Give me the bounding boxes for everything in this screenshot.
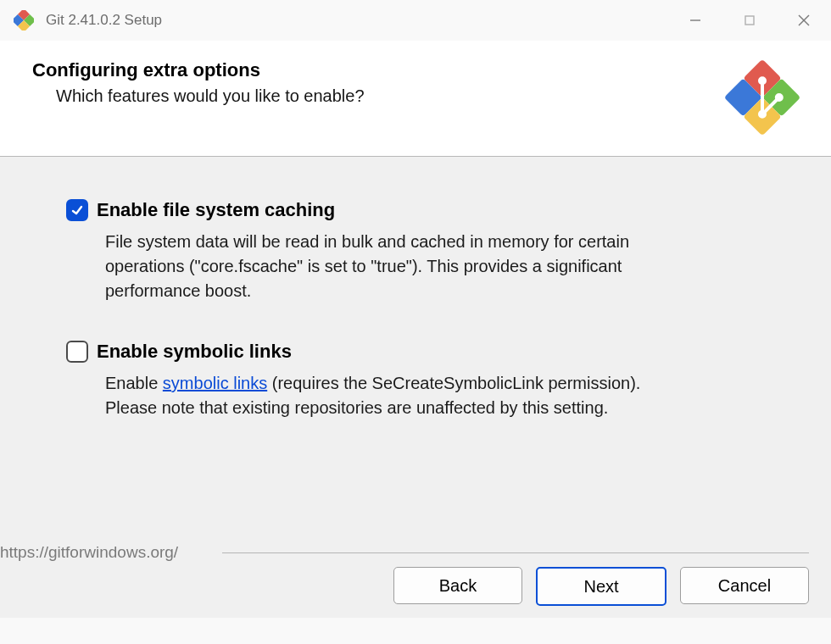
wizard-footer: https://gitforwindows.org/ Back Next Can… (0, 540, 831, 618)
page-heading: Configuring extra options (32, 59, 365, 81)
window-title: Git 2.41.0.2 Setup (46, 12, 668, 29)
option-fscache-label[interactable]: Enable file system caching (97, 199, 335, 221)
git-app-icon (14, 10, 34, 31)
option-symlinks: Enable symbolic links Enable symbolic li… (66, 341, 797, 420)
footer-url: https://gitforwindows.org/ (0, 543, 187, 562)
close-button[interactable] (777, 0, 831, 41)
button-row: Back Next Cancel (393, 567, 809, 606)
footer-divider (222, 552, 809, 553)
svg-rect-5 (745, 16, 754, 25)
checkbox-fscache[interactable] (66, 199, 88, 221)
checkbox-symlinks[interactable] (66, 341, 88, 363)
next-button[interactable]: Next (536, 567, 666, 606)
symlinks-desc-pre: Enable (105, 374, 163, 392)
git-logo-icon (724, 59, 800, 136)
maximize-button[interactable] (722, 0, 777, 41)
option-symlinks-desc: Enable symbolic links (requires the SeCr… (105, 371, 687, 420)
page-subheading: Which features would you like to enable? (32, 86, 365, 106)
titlebar: Git 2.41.0.2 Setup (0, 0, 831, 41)
minimize-button[interactable] (668, 0, 722, 41)
symbolic-links-link[interactable]: symbolic links (163, 374, 267, 392)
wizard-header: Configuring extra options Which features… (0, 41, 831, 157)
option-fscache-desc: File system data will be read in bulk an… (105, 230, 687, 303)
option-symlinks-label[interactable]: Enable symbolic links (97, 341, 292, 363)
option-fscache: Enable file system caching File system d… (66, 199, 797, 303)
wizard-body: Enable file system caching File system d… (0, 157, 831, 540)
cancel-button[interactable]: Cancel (680, 567, 809, 604)
window-controls (668, 0, 831, 41)
back-button[interactable]: Back (393, 567, 522, 604)
